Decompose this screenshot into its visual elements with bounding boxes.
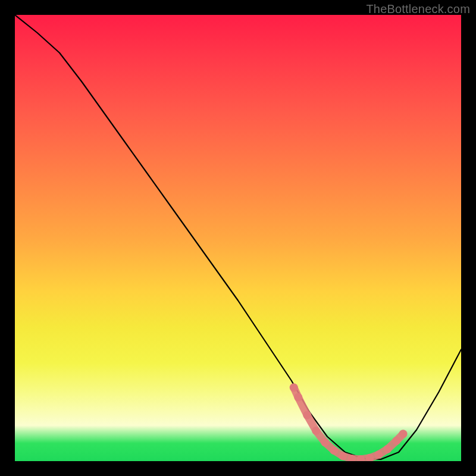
chart-frame: TheBottleneck.com <box>0 0 476 476</box>
svg-point-6 <box>339 452 347 460</box>
svg-point-13 <box>399 430 408 438</box>
svg-point-3 <box>312 427 320 435</box>
svg-point-4 <box>321 439 329 447</box>
watermark-text: TheBottleneck.com <box>366 2 470 16</box>
svg-point-11 <box>383 445 392 453</box>
svg-point-1 <box>294 393 302 402</box>
svg-point-5 <box>330 446 338 455</box>
bottleneck-curve <box>15 15 461 459</box>
chart-svg <box>15 15 461 461</box>
plot-area <box>15 15 461 461</box>
svg-point-2 <box>303 411 311 419</box>
svg-point-10 <box>374 450 383 459</box>
svg-point-0 <box>290 383 298 392</box>
svg-point-12 <box>392 437 400 445</box>
optimal-range-marker <box>290 383 408 461</box>
